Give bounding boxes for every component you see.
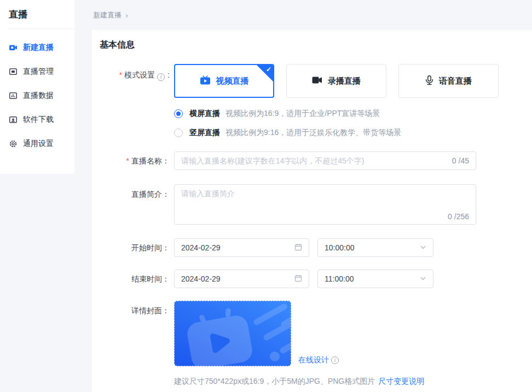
start-date-picker[interactable] <box>174 238 309 257</box>
breadcrumb-separator-icon: › <box>125 10 128 20</box>
chevron-down-icon <box>420 243 426 252</box>
live-name-counter: 0 /45 <box>452 156 469 165</box>
size-change-link[interactable]: 尺寸变更说明 <box>378 377 424 385</box>
info-icon[interactable]: i <box>157 73 165 81</box>
video-camera-icon <box>312 76 322 86</box>
mode-setting-label: *模式设置i : <box>92 64 174 81</box>
live-name-input[interactable] <box>181 156 448 165</box>
camera-create-icon <box>9 43 18 52</box>
calendar-icon <box>294 274 302 284</box>
sidebar-item-label: 直播管理 <box>23 67 54 77</box>
sidebar-menu: 新建直播 直播管理 直播数据 <box>0 29 74 156</box>
sidebar: 直播 新建直播 直播管理 <box>0 0 74 174</box>
required-mark: * <box>126 156 129 165</box>
monitor-icon <box>9 67 18 76</box>
mode-button-label: 视频直播 <box>216 76 249 86</box>
orientation-landscape-option: 横屏直播 视频比例为16:9，适用于企业/PPT宣讲等场景 <box>174 109 499 119</box>
sidebar-item-new-live[interactable]: 新建直播 <box>0 36 74 60</box>
mode-button-label: 录播直播 <box>328 76 361 86</box>
sidebar-item-software-download[interactable]: 软件下载 <box>0 108 74 132</box>
sidebar-item-live-data[interactable]: 直播数据 <box>0 84 74 108</box>
app-title: 直播 <box>0 0 74 26</box>
live-name-label: *直播名称： <box>92 151 174 170</box>
sidebar-item-label: 新建直播 <box>23 43 54 52</box>
sidebar-item-live-manage[interactable]: 直播管理 <box>0 60 74 84</box>
landscape-radio[interactable] <box>174 109 183 118</box>
breadcrumb: 新建直播 › <box>93 0 128 30</box>
mode-buttons: 视频直播 ✓ 录播直播 <box>174 64 499 98</box>
start-time-select[interactable]: 10:00:00 <box>317 238 433 257</box>
sidebar-item-general-settings[interactable]: 通用设置 <box>0 132 74 156</box>
live-intro-label: 直播简介： <box>92 184 174 200</box>
mode-voice-live-button[interactable]: 语音直播 <box>398 64 499 98</box>
gear-icon <box>9 139 18 148</box>
info-icon[interactable]: i <box>331 356 339 364</box>
landscape-radio-desc: 视频比例为16:9，适用于企业/PPT宣讲等场景 <box>225 109 380 119</box>
start-time-value: 10:00:00 <box>325 243 420 252</box>
live-intro-textarea-box: 0 /256 <box>174 184 476 225</box>
live-name-input-box: 0 /45 <box>174 151 476 170</box>
breadcrumb-current[interactable]: 新建直播 <box>93 10 122 20</box>
check-icon: ✓ <box>266 66 271 73</box>
section-title: 基本信息 <box>100 39 532 51</box>
end-date-value[interactable] <box>181 274 294 283</box>
tv-play-icon <box>200 75 211 86</box>
download-icon <box>9 115 18 124</box>
create-live-form: *模式设置i : 视频直播 <box>92 64 532 387</box>
online-design-link[interactable]: 在线设计 <box>298 355 329 365</box>
sidebar-item-label: 通用设置 <box>23 139 54 149</box>
end-time-value: 11:00:00 <box>325 274 420 283</box>
portrait-radio-label[interactable]: 竖屏直播 <box>189 128 220 138</box>
mode-setting-row: *模式设置i : 视频直播 <box>92 64 532 138</box>
chevron-down-icon <box>420 274 426 283</box>
portrait-radio-desc: 视频比例为9:16，适用于泛娱乐化教学、带货等场景 <box>225 128 401 138</box>
landscape-radio-label[interactable]: 横屏直播 <box>189 109 220 119</box>
end-time-select[interactable]: 11:00:00 <box>317 270 433 288</box>
cover-hint-text: 建议尺寸750*422px或16:9，小于5M的JPG、PNG格式图片 <box>174 377 375 385</box>
mode-video-live-button[interactable]: 视频直播 ✓ <box>174 64 274 98</box>
calendar-icon <box>294 243 302 253</box>
end-date-picker[interactable] <box>174 270 309 288</box>
cover-row: 详情封面： <box>92 301 532 387</box>
content-card: 基本信息 *模式设置i : <box>92 30 532 392</box>
mode-button-label: 语音直播 <box>439 76 472 86</box>
required-mark: * <box>119 71 122 79</box>
end-time-row: 结束时间： 11:00:00 <box>92 270 532 288</box>
start-date-value[interactable] <box>181 243 294 252</box>
live-intro-textarea[interactable] <box>175 185 476 213</box>
live-intro-row: 直播简介： 0 /256 <box>92 184 532 225</box>
end-time-label: 结束时间： <box>92 270 174 288</box>
start-time-row: 开始时间： 10:00:00 <box>92 238 532 257</box>
live-intro-counter: 0 /256 <box>448 212 469 221</box>
cover-label: 详情封面： <box>92 301 174 316</box>
start-time-label: 开始时间： <box>92 238 174 257</box>
cover-image-upload[interactable] <box>174 301 291 366</box>
cover-hint: 建议尺寸750*422px或16:9，小于5M的JPG、PNG格式图片尺寸变更说… <box>174 377 424 387</box>
orientation-portrait-option: 竖屏直播 视频比例为9:16，适用于泛娱乐化教学、带货等场景 <box>174 128 499 138</box>
sidebar-item-label: 软件下载 <box>23 115 54 125</box>
bar-chart-icon <box>9 91 18 100</box>
cover-preview-image <box>175 301 291 366</box>
live-name-row: *直播名称： 0 /45 <box>92 151 532 170</box>
mode-record-live-button[interactable]: 录播直播 <box>286 64 386 98</box>
sidebar-item-label: 直播数据 <box>23 91 54 101</box>
portrait-radio[interactable] <box>174 128 183 137</box>
microphone-icon <box>425 75 433 87</box>
